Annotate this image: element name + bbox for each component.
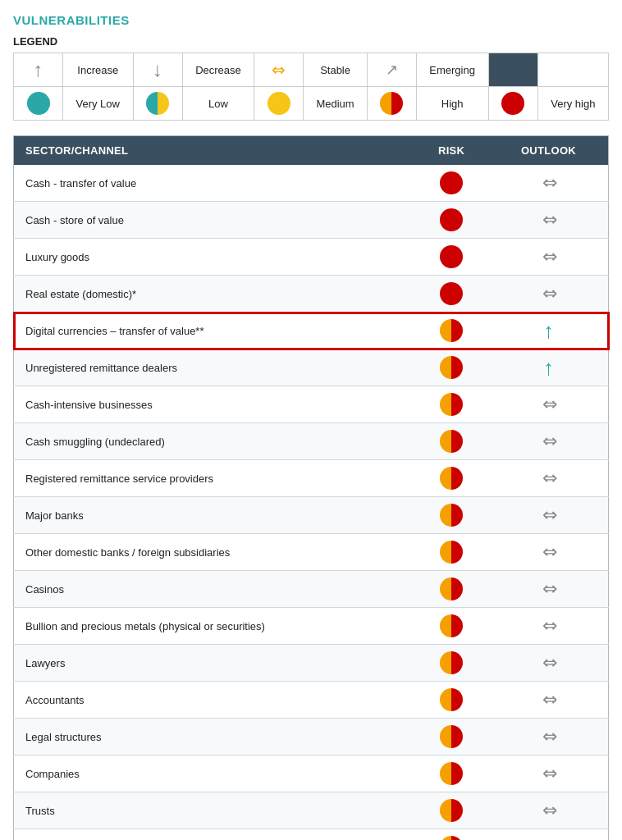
outlook-cell: ↑ [489, 349, 609, 386]
outlook-icon: ⇔ [542, 469, 554, 487]
risk-icon [440, 762, 463, 785]
outlook-icon: ⇔ [542, 211, 554, 229]
outlook-icon: ⇔ [542, 654, 554, 672]
legend-circle-high-icon [367, 87, 416, 121]
sector-cell: Real estate (domestic)* [14, 276, 414, 313]
sector-cell: Lawyers [14, 645, 414, 682]
legend-dark-cell [488, 53, 537, 87]
legend-decrease-label: Decrease [182, 53, 254, 87]
outlook-cell: ⇔ [489, 460, 609, 497]
legend-increase-label: Increase [63, 53, 134, 87]
outlook-cell: ⇔ [489, 571, 609, 608]
sector-cell: Digital currencies – transfer of value** [14, 313, 414, 349]
outlook-cell: ⇔ [489, 682, 609, 719]
risk-cell [414, 571, 489, 608]
outlook-icon: ⇔ [542, 174, 554, 192]
legend-circle-veryhigh-icon [488, 87, 537, 121]
risk-cell [414, 386, 489, 423]
table-row: Cash-intensive businesses⇔ [14, 386, 609, 423]
risk-icon [440, 504, 463, 527]
outlook-cell: ⇔ [489, 239, 609, 276]
legend-emerging-icon: ↗ [367, 53, 416, 87]
risk-icon [440, 208, 463, 231]
table-row: Other domestic banks / foreign subsidiar… [14, 534, 609, 571]
legend-empty-label [537, 53, 608, 87]
table-row: Cash - transfer of value⇔ [14, 165, 609, 202]
risk-cell [414, 645, 489, 682]
outlook-icon: ⇔ [542, 506, 554, 524]
sector-cell: Cash - store of value [14, 202, 414, 239]
legend-very-high-label: Very high [537, 87, 608, 121]
risk-cell [414, 202, 489, 239]
legend-emerging-label: Emerging [416, 53, 488, 87]
table-row: Luxury goods⇔ [14, 239, 609, 276]
risk-icon [440, 171, 463, 194]
outlook-cell: ⇔ [489, 497, 609, 534]
risk-cell [414, 276, 489, 313]
sector-cell: Luxury vehicles and watercraft [14, 829, 414, 841]
outlook-icon: ↑ [543, 320, 554, 341]
table-row: Trusts⇔ [14, 792, 609, 829]
outlook-icon: ⇔ [542, 580, 554, 598]
risk-cell [414, 239, 489, 276]
sector-cell: Luxury goods [14, 239, 414, 276]
outlook-cell: ⇔ [489, 276, 609, 313]
legend-medium-label: Medium [304, 87, 367, 121]
risk-icon [440, 430, 463, 453]
outlook-cell: ⇔ [489, 829, 609, 841]
outlook-cell: ⇔ [489, 165, 609, 202]
risk-cell [414, 349, 489, 386]
risk-icon [440, 356, 463, 379]
col-header-risk: RISK [414, 136, 489, 166]
sector-cell: Cash-intensive businesses [14, 386, 414, 423]
sector-cell: Casinos [14, 571, 414, 608]
table-row: Lawyers⇔ [14, 645, 609, 682]
table-row: Casinos⇔ [14, 571, 609, 608]
outlook-icon: ⇔ [542, 617, 554, 635]
sector-cell: Accountants [14, 682, 414, 719]
risk-cell [414, 497, 489, 534]
table-row: Digital currencies – transfer of value**… [14, 313, 609, 349]
outlook-cell: ⇔ [489, 202, 609, 239]
table-row: Companies⇔ [14, 756, 609, 792]
risk-cell [414, 792, 489, 829]
col-header-sector: SECTOR/CHANNEL [14, 136, 414, 166]
risk-cell [414, 423, 489, 460]
page-title: VULNERABILITIES [13, 13, 609, 27]
risk-cell [414, 534, 489, 571]
sector-cell: Cash smuggling (undeclared) [14, 423, 414, 460]
outlook-icon: ⇔ [542, 543, 554, 561]
sector-cell: Registered remittance service providers [14, 460, 414, 497]
col-header-outlook: OUTLOOK [489, 136, 609, 166]
risk-cell [414, 829, 489, 841]
sector-cell: Major banks [14, 497, 414, 534]
outlook-icon: ⇔ [542, 691, 554, 709]
table-row: Accountants⇔ [14, 682, 609, 719]
outlook-cell: ⇔ [489, 645, 609, 682]
outlook-icon: ↑ [543, 357, 554, 378]
table-row: Cash - store of value⇔ [14, 202, 609, 239]
risk-cell [414, 313, 489, 349]
risk-icon [440, 688, 463, 711]
outlook-icon: ⇔ [542, 801, 554, 819]
outlook-cell: ⇔ [489, 608, 609, 645]
risk-icon [440, 651, 463, 674]
risk-cell [414, 460, 489, 497]
outlook-icon: ⇔ [542, 765, 554, 783]
legend-circle-medium-icon [254, 87, 304, 121]
sector-cell: Cash - transfer of value [14, 165, 414, 202]
sector-cell: Unregistered remittance dealers [14, 349, 414, 386]
table-row: Bullion and precious metals (physical or… [14, 608, 609, 645]
risk-icon [440, 541, 463, 564]
outlook-cell: ⇔ [489, 534, 609, 571]
risk-icon [440, 836, 463, 840]
sector-cell: Legal structures [14, 719, 414, 756]
outlook-cell: ↑ [489, 313, 609, 349]
risk-icon [440, 799, 463, 822]
outlook-cell: ⇔ [489, 386, 609, 423]
risk-cell [414, 165, 489, 202]
risk-cell [414, 608, 489, 645]
risk-cell [414, 719, 489, 756]
outlook-cell: ⇔ [489, 423, 609, 460]
table-row: Unregistered remittance dealers↑ [14, 349, 609, 386]
